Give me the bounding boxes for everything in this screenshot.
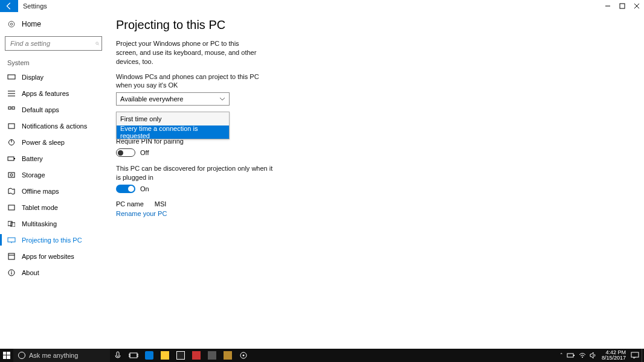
taskbar-app-edge[interactable] [141, 349, 157, 362]
cortana-mic[interactable] [110, 349, 126, 362]
minimize-icon [605, 3, 611, 9]
discover-toggle-value: On [140, 185, 149, 192]
tray-volume-icon[interactable] [590, 352, 597, 359]
sidebar-item-multitasking[interactable]: Multitasking [0, 215, 107, 232]
tray-wifi-icon[interactable] [579, 352, 586, 358]
settings-window: Settings Home System Display Apps & feat… [0, 0, 644, 362]
sidebar: Home System Display Apps & features Defa… [0, 12, 107, 349]
option-every-time[interactable]: Every time a connection is requested [117, 125, 229, 139]
svg-rect-26 [8, 253, 14, 259]
sidebar-item-about[interactable]: About [0, 264, 107, 281]
notification-icon [631, 352, 639, 359]
svg-rect-18 [14, 158, 15, 159]
projecting-icon [7, 237, 16, 243]
discover-toggle[interactable] [116, 185, 135, 193]
svg-rect-32 [7, 352, 10, 355]
sidebar-item-storage[interactable]: Storage [0, 167, 107, 183]
sidebar-item-battery[interactable]: Battery [0, 150, 107, 167]
pin-toggle[interactable] [116, 148, 135, 157]
taskbar-app-5[interactable] [204, 349, 220, 362]
svg-point-40 [243, 355, 245, 357]
discover-label: This PC can be discovered for projection… [116, 164, 273, 182]
taskbar-app-settings[interactable] [236, 349, 251, 362]
cortana-search[interactable]: Ask me anything [13, 349, 110, 362]
websites-icon [7, 253, 16, 260]
minimize-button[interactable] [601, 0, 615, 12]
svg-rect-1 [620, 4, 625, 8]
page-heading: Projecting to this PC [116, 18, 644, 32]
svg-rect-41 [567, 354, 573, 357]
sidebar-item-projecting[interactable]: Projecting to this PC [0, 232, 107, 248]
pcname-value: MSI [155, 200, 167, 208]
taskbar-clock[interactable]: 4:42 PM 8/15/2017 [599, 350, 628, 361]
nav-label: Multitasking [22, 220, 57, 227]
taskbar-app-explorer[interactable] [157, 349, 173, 362]
nav-label: Default apps [22, 106, 59, 113]
svg-point-5 [10, 23, 13, 25]
svg-rect-24 [8, 238, 15, 242]
sidebar-home[interactable]: Home [0, 16, 107, 33]
ask-to-project-dropdown[interactable]: First time only Every time a connection … [116, 112, 230, 139]
app-title: Settings [18, 0, 52, 12]
cortana-icon [18, 352, 25, 359]
sidebar-item-default-apps[interactable]: Default apps [0, 101, 107, 118]
maximize-icon [619, 3, 625, 9]
info-icon [7, 269, 16, 276]
search-icon [95, 40, 99, 47]
svg-rect-37 [129, 354, 130, 357]
sidebar-item-apps-features[interactable]: Apps & features [0, 85, 107, 101]
sidebar-item-offline-maps[interactable]: Offline maps [0, 183, 107, 199]
svg-rect-44 [631, 352, 639, 357]
apps-icon [7, 90, 16, 97]
system-tray[interactable]: ˄ [558, 352, 599, 359]
sidebar-item-tablet-mode[interactable]: Tablet mode [0, 199, 107, 215]
sidebar-item-power-sleep[interactable]: Power & sleep [0, 134, 107, 150]
back-button[interactable] [0, 0, 18, 12]
sidebar-item-display[interactable]: Display [0, 69, 107, 85]
svg-rect-21 [8, 205, 14, 210]
power-icon [7, 139, 16, 146]
nav-label: Apps for websites [22, 253, 74, 260]
close-button[interactable] [630, 0, 644, 12]
start-button[interactable] [0, 349, 13, 362]
rename-pc-link[interactable]: Rename your PC [116, 210, 644, 217]
taskbar-app-6[interactable] [220, 349, 236, 362]
svg-rect-42 [573, 355, 575, 356]
nav-label: Display [22, 74, 43, 81]
action-center-button[interactable] [628, 352, 642, 359]
tray-battery-icon[interactable] [567, 352, 575, 358]
nav-label: Notifications & actions [22, 122, 87, 130]
home-label: Home [22, 20, 41, 28]
tray-chevron-icon[interactable]: ˄ [560, 352, 563, 358]
taskbar-app-store[interactable] [173, 349, 188, 362]
close-icon [634, 3, 640, 9]
nav-label: Apps & features [22, 90, 69, 97]
svg-rect-12 [8, 107, 11, 109]
nav-label: Storage [22, 171, 45, 179]
svg-rect-13 [12, 107, 14, 109]
taskbar-app-4[interactable] [188, 349, 204, 362]
sidebar-item-notifications[interactable]: Notifications & actions [0, 118, 107, 134]
maximize-button[interactable] [615, 0, 630, 12]
svg-rect-38 [137, 354, 138, 357]
sidebar-item-apps-websites[interactable]: Apps for websites [0, 248, 107, 264]
svg-rect-33 [3, 355, 6, 359]
nav-label: About [22, 269, 39, 276]
project-permission-select[interactable]: Available everywhere [116, 92, 230, 106]
nav-label: Tablet mode [22, 204, 58, 211]
storage-icon [7, 172, 16, 178]
task-view-button[interactable] [126, 349, 141, 362]
svg-line-7 [98, 44, 99, 45]
settings-search[interactable] [5, 36, 102, 51]
gear-icon [239, 351, 248, 360]
show-desktop-button[interactable] [642, 349, 644, 362]
chevron-down-icon [219, 96, 225, 102]
page-description: Project your Windows phone or PC to this… [116, 39, 261, 66]
svg-rect-19 [8, 173, 14, 177]
svg-point-6 [96, 42, 98, 45]
search-input[interactable] [9, 39, 95, 48]
windows-icon [3, 352, 10, 359]
option-first-time-only[interactable]: First time only [117, 112, 229, 125]
svg-rect-23 [11, 223, 15, 227]
option-label: Every time a connection is requested [120, 125, 225, 139]
